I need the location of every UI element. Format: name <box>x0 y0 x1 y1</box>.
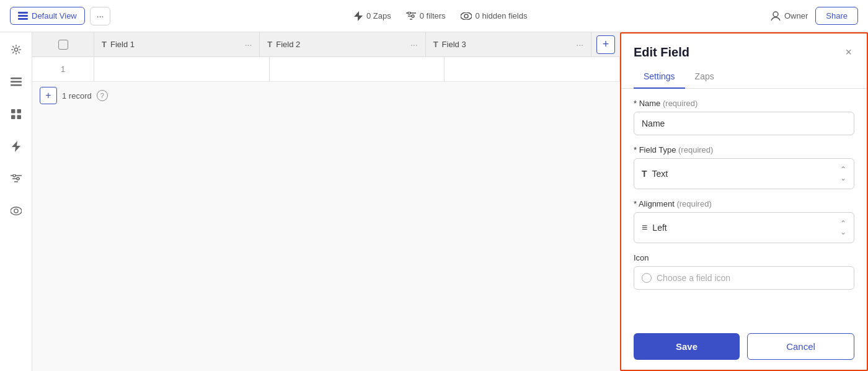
cancel-button[interactable]: Cancel <box>747 333 854 360</box>
zaps-button[interactable]: 0 Zaps <box>354 11 391 21</box>
topbar: Default View ··· 0 Zaps 0 filters 0 hidd… <box>0 0 868 32</box>
field1-type-icon: T <box>102 40 107 49</box>
add-column-button[interactable]: + <box>591 35 620 54</box>
tab-settings[interactable]: Settings <box>634 66 685 89</box>
svg-rect-0 <box>18 12 28 14</box>
default-view-label: Default View <box>32 11 77 20</box>
svg-point-24 <box>17 177 19 180</box>
sidebar-filter-icon[interactable] <box>6 169 26 189</box>
field1-more-button[interactable]: ··· <box>245 40 252 50</box>
table-row: 1 <box>32 57 620 82</box>
svg-point-27 <box>14 209 17 213</box>
name-input[interactable] <box>634 112 854 135</box>
eye-icon <box>461 12 472 20</box>
table-area: T Field 1 ··· T Field 2 ··· T Field 3 ··… <box>32 32 620 371</box>
add-record-button[interactable]: + <box>40 87 57 104</box>
table-footer: + 1 record ? <box>32 82 620 109</box>
alignment-group: * Alignment (required) ≡ Left ⌃⌄ <box>634 199 854 243</box>
name-field-group: * Name (required) <box>634 99 854 135</box>
icon-circle <box>642 273 652 283</box>
svg-rect-1 <box>18 15 28 17</box>
field3-label: Field 3 <box>442 40 466 49</box>
filter-icon <box>406 12 416 20</box>
column-header-field1: T Field 1 ··· <box>94 32 260 56</box>
field-type-value: Text <box>652 169 668 179</box>
alignment-required-text: (required) <box>676 199 711 208</box>
field2-type-icon: T <box>267 40 272 49</box>
panel-close-button[interactable]: × <box>843 43 854 61</box>
svg-rect-15 <box>11 84 22 86</box>
tab-zaps[interactable]: Zaps <box>685 66 724 89</box>
share-button[interactable]: Share <box>815 7 858 25</box>
column-header-field3: T Field 3 ··· <box>426 32 591 56</box>
row-cell-2[interactable] <box>270 57 445 81</box>
edit-field-panel: Edit Field × Settings Zaps * Name (requi… <box>620 32 868 371</box>
svg-point-12 <box>14 48 17 51</box>
header-checkbox[interactable] <box>58 40 68 50</box>
icon-label: Icon <box>634 253 854 262</box>
svg-point-10 <box>464 14 468 18</box>
table-header: T Field 1 ··· T Field 2 ··· T Field 3 ··… <box>32 32 620 57</box>
name-label: * Name (required) <box>634 99 854 108</box>
field3-type-icon: T <box>433 40 438 49</box>
icon-group: Icon Choose a field icon <box>634 253 854 290</box>
icon-placeholder: Choose a field icon <box>657 273 730 283</box>
field2-label: Field 2 <box>276 40 300 49</box>
svg-point-26 <box>11 207 22 215</box>
svg-rect-2 <box>18 18 28 20</box>
help-icon[interactable]: ? <box>97 90 108 101</box>
user-icon <box>771 11 781 21</box>
field2-more-button[interactable]: ··· <box>410 40 418 50</box>
svg-rect-19 <box>17 115 21 120</box>
svg-point-8 <box>412 15 414 17</box>
svg-point-11 <box>773 12 778 17</box>
sidebar-zap-icon[interactable] <box>6 136 26 156</box>
sidebar-settings-icon[interactable] <box>6 40 26 60</box>
field3-more-button[interactable]: ··· <box>576 40 583 50</box>
panel-body: * Name (required) * Field Type (required… <box>621 89 867 326</box>
row-cell-1[interactable] <box>94 57 270 81</box>
panel-header: Edit Field × <box>621 34 867 61</box>
hidden-fields-label: 0 hidden fields <box>476 11 528 20</box>
filters-button[interactable]: 0 filters <box>406 11 446 20</box>
svg-rect-13 <box>11 78 22 79</box>
row-cell-3[interactable] <box>445 57 620 81</box>
hidden-fields-button[interactable]: 0 hidden fields <box>461 11 528 20</box>
sidebar-eye-icon[interactable] <box>6 201 26 221</box>
alignment-label: * Alignment (required) <box>634 199 854 208</box>
svg-rect-17 <box>17 109 21 114</box>
sidebar-list-icon[interactable] <box>6 72 26 92</box>
more-button[interactable]: ··· <box>90 7 111 25</box>
alignment-chevron-icon: ⌃⌄ <box>840 219 846 236</box>
save-button[interactable]: Save <box>634 333 740 360</box>
view-icon <box>18 12 28 20</box>
owner-label: Owner <box>784 11 808 20</box>
alignment-icon: ≡ <box>642 222 647 233</box>
alignment-select[interactable]: ≡ Left ⌃⌄ <box>634 212 854 243</box>
add-column-icon[interactable]: + <box>596 35 615 54</box>
icon-picker[interactable]: Choose a field icon <box>634 266 854 290</box>
zap-icon <box>354 11 363 21</box>
field-type-select[interactable]: T Text ⌃⌄ <box>634 158 854 189</box>
svg-point-23 <box>13 174 16 177</box>
panel-tabs: Settings Zaps <box>621 66 867 89</box>
field1-label: Field 1 <box>110 40 135 49</box>
alignment-value: Left <box>652 223 666 233</box>
owner-button[interactable]: Owner <box>771 11 808 21</box>
svg-rect-14 <box>11 81 22 83</box>
sidebar-grid-icon[interactable] <box>6 104 26 124</box>
default-view-button[interactable]: Default View <box>10 7 85 25</box>
field-type-icon: T <box>642 169 647 179</box>
row-number: 1 <box>32 57 94 81</box>
field-type-group: * Field Type (required) T Text ⌃⌄ <box>634 145 854 189</box>
svg-rect-18 <box>11 115 16 120</box>
filters-label: 0 filters <box>420 11 446 20</box>
svg-marker-3 <box>354 11 363 21</box>
zaps-label: 0 Zaps <box>366 11 391 20</box>
topbar-center: 0 Zaps 0 filters 0 hidden fields <box>354 11 528 21</box>
svg-marker-20 <box>12 141 20 152</box>
record-count: 1 record <box>62 91 92 101</box>
svg-point-9 <box>461 12 472 20</box>
left-sidebar <box>0 32 32 371</box>
svg-rect-16 <box>11 109 16 114</box>
